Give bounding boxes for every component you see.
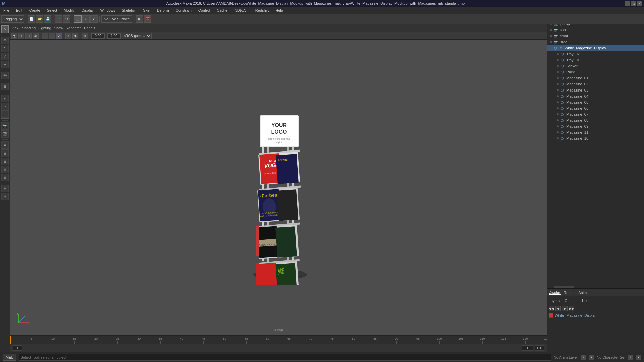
universal-manip-button[interactable]: ✦	[1, 61, 9, 68]
anim-layer-btn2[interactable]: ▼	[589, 355, 594, 360]
vp-gamma-dropdown[interactable]: sRGB gamma	[122, 33, 152, 39]
tree-item[interactable]: ⬡Magazine_07	[547, 111, 644, 117]
menu-item-windows[interactable]: Windows	[99, 8, 117, 13]
vp-cam-btn[interactable]: 📷	[11, 33, 17, 39]
tree-item[interactable]: ⬡Magazine_02	[547, 81, 644, 87]
menu-item-control[interactable]: Control	[197, 8, 211, 13]
menu-item-cache[interactable]: Cache	[215, 8, 229, 13]
visibility-dot[interactable]	[557, 125, 559, 127]
viewport[interactable]: ViewShadingLightingShowRendererPanels 📷 …	[10, 24, 547, 335]
cb-subtab-options[interactable]: Options	[565, 299, 577, 303]
menu-item--3dtoall-[interactable]: -3DtoAll-	[233, 8, 250, 13]
display-options-5[interactable]: ▧	[1, 174, 9, 181]
visibility-dot[interactable]	[557, 119, 559, 121]
snap-grid-button[interactable]: #	[1, 95, 9, 102]
rotate-tool-button[interactable]: ↻	[1, 45, 9, 52]
timeline-current-frame[interactable]	[13, 345, 22, 351]
viewport-menu-renderer[interactable]: Renderer	[66, 26, 81, 30]
menu-item-deform[interactable]: Deform	[156, 8, 170, 13]
vp-shadow-btn[interactable]: ◑	[72, 33, 78, 39]
visibility-dot[interactable]	[550, 29, 552, 31]
display-options-1[interactable]: ▣	[1, 141, 9, 149]
minimize-button[interactable]: —	[625, 1, 630, 6]
outliner-hscrollbar[interactable]	[547, 285, 644, 288]
viewport-menu-lighting[interactable]: Lighting	[38, 26, 51, 30]
viewport-menu-view[interactable]: View	[11, 26, 19, 30]
tree-item[interactable]: ⬡Magazine_11	[547, 129, 644, 135]
tree-item[interactable]: ⬡Sticker	[547, 63, 644, 69]
visibility-dot[interactable]	[550, 35, 552, 37]
vp-hud-btn[interactable]: ⊛	[82, 33, 88, 39]
visibility-dot[interactable]	[557, 77, 559, 79]
vp-grid-btn[interactable]: #	[18, 33, 24, 39]
anim-layer-btn[interactable]: +	[581, 355, 586, 360]
visibility-dot[interactable]	[557, 137, 559, 139]
save-file-button[interactable]: 💾	[44, 15, 51, 23]
mode-dropdown[interactable]: Rigging	[1, 15, 24, 23]
menu-item-help[interactable]: Help	[274, 8, 284, 13]
vp-smooth-btn[interactable]: ◉	[33, 33, 39, 39]
display-options-3[interactable]: ▩	[1, 158, 9, 165]
channel-box-tab-display[interactable]: Display	[549, 290, 561, 295]
cb-first-btn[interactable]: ◀◀	[549, 306, 554, 311]
visibility-dot[interactable]	[557, 83, 559, 85]
select-tool-button[interactable]: ↖	[1, 25, 9, 33]
tree-item[interactable]: ⬡Magazine_01	[547, 75, 644, 81]
timeline-end-frame[interactable]	[535, 345, 544, 351]
cb-last-btn[interactable]: ▶▶	[569, 306, 574, 311]
maximize-button[interactable]: □	[631, 1, 636, 6]
char-set-btn2[interactable]: ▼	[636, 355, 641, 360]
layer-name[interactable]: White_Magazine_Displa	[555, 313, 595, 318]
paint-button[interactable]: 🖌	[90, 15, 98, 23]
current-frame-marker[interactable]	[10, 336, 11, 344]
vp-mat-btn[interactable]: ⊞	[49, 33, 55, 39]
skin-tool[interactable]: ⊠	[1, 193, 9, 200]
new-file-button[interactable]: 📄	[28, 15, 35, 23]
tree-item[interactable]: ⬡Tray_01	[547, 57, 644, 63]
visibility-dot[interactable]	[557, 59, 559, 61]
menu-item-select[interactable]: Select	[46, 8, 59, 13]
visibility-dot[interactable]	[557, 107, 559, 109]
visibility-dot[interactable]	[557, 95, 559, 97]
menu-item-redshift[interactable]: Redshift	[254, 8, 270, 13]
tree-item[interactable]: ⬡Magazine_09	[547, 123, 644, 129]
tree-item[interactable]: 📷front	[547, 33, 644, 39]
tree-item[interactable]: ⬡Magazine_05	[547, 99, 644, 105]
display-options-2[interactable]: ▦	[1, 149, 9, 157]
cb-subtab-layers[interactable]: Layers	[549, 299, 560, 303]
visibility-dot[interactable]	[557, 53, 559, 55]
tree-item[interactable]: ⬡Magazine_10	[547, 135, 644, 141]
viewport-menu-shading[interactable]: Shading	[22, 26, 36, 30]
scale-tool-button[interactable]: ⤢	[1, 53, 9, 60]
cb-prev-btn[interactable]: ◀	[555, 306, 561, 311]
move-tool-button[interactable]: ✥	[1, 37, 9, 44]
vp-value2-input[interactable]	[107, 33, 121, 39]
deform-tool[interactable]: ⊞	[1, 185, 9, 192]
outliner-tree[interactable]: 📷persp📷top📷front📷side⬡▼White_Magazine_Di…	[547, 21, 644, 285]
snap-point-button[interactable]: ·	[1, 110, 9, 118]
outliner-hscrollbar-thumb[interactable]	[554, 286, 574, 288]
visibility-dot[interactable]	[557, 71, 559, 73]
command-input[interactable]	[19, 354, 551, 361]
tree-item[interactable]: ⬡Magazine_03	[547, 87, 644, 93]
channel-box-layer-row[interactable]: White_Magazine_Displa	[549, 312, 643, 318]
redo-button[interactable]: ↪	[63, 15, 70, 23]
menu-item-skin[interactable]: Skin	[142, 8, 151, 13]
tree-item[interactable]: ⬡Magazine_06	[547, 105, 644, 111]
tree-item[interactable]: ⬡Tray_02	[547, 51, 644, 57]
menu-item-create[interactable]: Create	[28, 8, 42, 13]
expand-arrow[interactable]: ▼	[559, 46, 562, 50]
open-file-button[interactable]: 📂	[36, 15, 43, 23]
menu-item-edit[interactable]: Edit	[15, 8, 24, 13]
tree-item[interactable]: 📷top	[547, 27, 644, 33]
undo-button[interactable]: ↩	[55, 15, 62, 23]
visibility-dot[interactable]	[557, 89, 559, 91]
visibility-dot[interactable]	[550, 47, 552, 49]
render-view-button[interactable]: 🎬	[1, 130, 9, 138]
soft-select-button[interactable]: ◎	[1, 72, 9, 79]
menu-item-modify[interactable]: Modify	[62, 8, 76, 13]
cb-next-btn[interactable]: ▶	[562, 306, 568, 311]
lasso-button[interactable]: ⊙	[82, 15, 90, 23]
close-button[interactable]: ✕	[637, 1, 642, 6]
visibility-dot[interactable]	[557, 113, 559, 115]
